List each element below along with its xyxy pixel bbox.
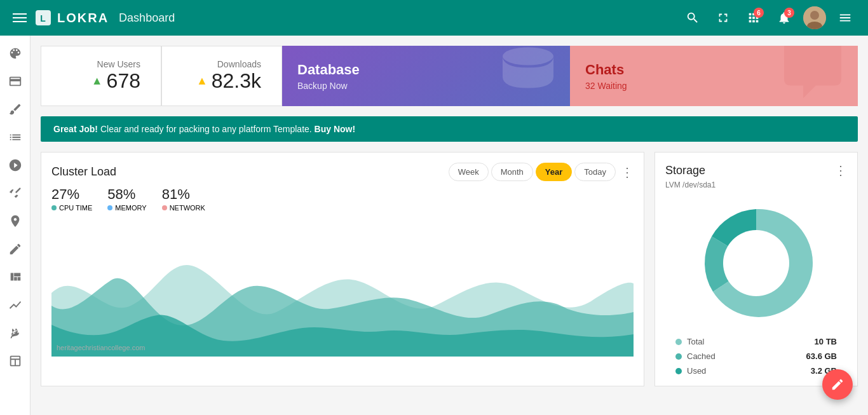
banner-cta[interactable]: Buy Now! <box>315 124 356 134</box>
legend-total: Total 10 TB <box>675 337 837 346</box>
notifications-button[interactable]: 3 <box>771 5 797 31</box>
tab-year[interactable]: Year <box>536 163 572 181</box>
downloads-number: 82.3k <box>212 69 261 93</box>
sidebar-item-palette[interactable] <box>3 41 28 66</box>
network-label: NETWORK <box>162 204 205 212</box>
database-title: Database <box>297 62 360 78</box>
storage-more-button[interactable]: ⋮ <box>834 163 847 178</box>
fullscreen-icon <box>716 11 730 25</box>
tab-month[interactable]: Month <box>491 163 533 181</box>
cluster-more-button[interactable]: ⋮ <box>621 165 634 180</box>
sidebar-item-edit[interactable] <box>3 236 28 262</box>
storage-title: Storage <box>665 164 705 177</box>
legend-used: Used 3.2 GB <box>675 366 837 376</box>
new-users-value: ▲ 678 <box>92 69 140 93</box>
chats-card-text: Chats 32 Waiting <box>585 62 627 91</box>
tab-week[interactable]: Week <box>449 163 489 181</box>
apps-button[interactable]: 6 <box>741 5 766 31</box>
legend-dot-cached <box>675 353 682 360</box>
legend-dot-total <box>675 339 682 345</box>
new-users-card: New Users ▲ 678 <box>41 46 161 106</box>
chats-title: Chats <box>585 62 627 78</box>
cluster-tabs: Week Month Year Today <box>449 163 616 181</box>
fullscreen-button[interactable] <box>710 5 736 31</box>
cluster-stat-network: 81% NETWORK <box>162 186 205 212</box>
memory-dot <box>107 205 112 210</box>
chats-card[interactable]: Chats 32 Waiting <box>570 46 858 106</box>
sidebar-item-grid[interactable] <box>3 264 28 290</box>
topnav-icons: 6 3 <box>680 5 858 31</box>
legend-label-total: Total <box>687 337 704 346</box>
downloads-value: ▲ 82.3k <box>196 69 261 93</box>
sidebar-item-leaf[interactable] <box>3 320 28 346</box>
legend-dot-used <box>675 368 682 374</box>
sidebar-item-list[interactable] <box>3 125 28 150</box>
storage-donut-chart <box>693 200 820 327</box>
storage-donut-container <box>665 200 847 327</box>
cpu-value: 27% <box>51 186 92 203</box>
sidebar-item-rocket[interactable] <box>3 180 28 206</box>
topnav: L LOKRA Dashboard 6 3 <box>0 0 868 36</box>
sidebar-item-target[interactable] <box>3 153 28 178</box>
menu-dots-button[interactable] <box>832 5 858 31</box>
sidebar-item-table2[interactable] <box>3 348 28 374</box>
sidebar-item-chart[interactable] <box>3 292 28 318</box>
chats-subtitle: 32 Waiting <box>585 81 627 91</box>
cluster-chart-svg <box>51 217 634 357</box>
new-users-label: New Users <box>97 59 140 69</box>
database-card[interactable]: Database Backup Now <box>282 46 570 106</box>
cluster-stat-memory: 58% MEMORY <box>107 186 146 212</box>
bottom-row: Cluster Load Week Month Year Today ⋮ 27% <box>41 152 858 386</box>
downloads-card: Downloads ▲ 82.3k <box>161 46 282 106</box>
main-content: New Users ▲ 678 Downloads ▲ 82.3k Databa… <box>31 36 868 415</box>
cluster-stat-cpu: 27% CPU TIME <box>51 186 92 212</box>
menu-dots-icon <box>838 11 852 25</box>
avatar[interactable] <box>802 5 827 31</box>
watermark: heritagechristiancollege.com <box>57 344 145 351</box>
cluster-header: Cluster Load Week Month Year Today ⋮ <box>51 163 634 181</box>
memory-value: 58% <box>107 186 146 203</box>
legend-value-cached: 63.6 GB <box>806 351 837 361</box>
menu-button[interactable] <box>10 11 29 25</box>
fab-edit-button[interactable] <box>822 369 853 400</box>
storage-card: Storage ⋮ LVM /dev/sda1 <box>654 152 858 386</box>
brand-icon: L <box>34 9 52 27</box>
downloads-arrow: ▲ <box>196 74 208 88</box>
cluster-load-card: Cluster Load Week Month Year Today ⋮ 27% <box>41 152 644 386</box>
fab-edit-icon <box>831 378 844 391</box>
network-dot <box>162 205 167 210</box>
cluster-title: Cluster Load <box>51 165 116 179</box>
stat-cards-row: New Users ▲ 678 Downloads ▲ 82.3k Databa… <box>41 46 858 106</box>
svg-point-5 <box>503 47 553 65</box>
tab-today[interactable]: Today <box>574 163 616 181</box>
cpu-dot <box>51 205 57 210</box>
svg-text:L: L <box>40 13 46 24</box>
cluster-chart: heritagechristiancollege.com <box>51 217 634 357</box>
svg-point-7 <box>723 230 789 296</box>
search-button[interactable] <box>680 5 705 31</box>
memory-label: MEMORY <box>107 204 146 212</box>
database-subtitle: Backup Now <box>297 81 360 91</box>
sidebar <box>0 36 31 415</box>
banner-text: Clear and ready for packing to any platf… <box>100 124 315 134</box>
apps-badge: 6 <box>754 8 764 18</box>
sidebar-item-location[interactable] <box>3 208 28 234</box>
page-title: Dashboard <box>119 11 175 25</box>
database-card-text: Database Backup Now <box>297 62 360 91</box>
legend-value-total: 10 TB <box>815 337 837 346</box>
network-value: 81% <box>162 186 205 203</box>
legend-cached: Cached 63.6 GB <box>675 351 837 361</box>
cpu-label: CPU TIME <box>51 204 92 212</box>
sidebar-item-card[interactable] <box>3 69 28 94</box>
banner: Great Job! Clear and ready for packing t… <box>41 116 858 142</box>
new-users-arrow: ▲ <box>92 74 103 88</box>
search-icon <box>686 11 700 25</box>
legend-label-cached: Cached <box>687 351 715 361</box>
legend-label-used: Used <box>687 366 706 376</box>
downloads-label: Downloads <box>217 59 261 69</box>
chats-icon <box>778 46 848 106</box>
sidebar-item-brush[interactable] <box>3 97 28 122</box>
storage-legend: Total 10 TB Cached 63.6 GB Used <box>665 337 847 376</box>
database-icon <box>496 46 560 106</box>
notifications-badge: 3 <box>784 8 794 18</box>
